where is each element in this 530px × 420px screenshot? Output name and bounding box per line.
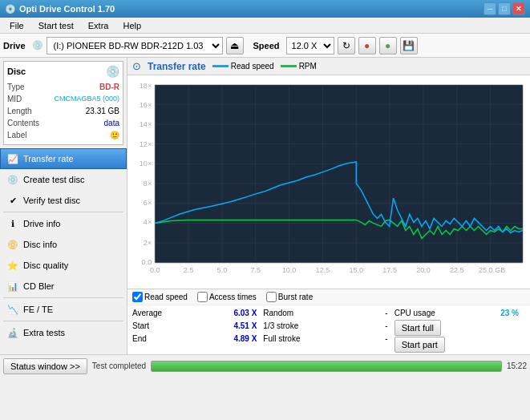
end-value: 4.89 X [233, 333, 257, 345]
verify-test-disc-label: Verify test disc [23, 196, 80, 205]
mid-label: MID [7, 93, 22, 105]
rpm-legend: RPM [281, 62, 317, 71]
disc-panel-title: Disc [7, 67, 26, 76]
menu-extra[interactable]: Extra [82, 19, 115, 32]
burst-rate-checkbox-label[interactable]: Burst rate [266, 292, 313, 302]
content-area: ⊙ Transfer rate Read speed RPM [127, 58, 530, 354]
minimize-button[interactable]: ─ [483, 2, 496, 15]
disc-panel: Disc 💿 Type BD-R MID CMCMAGBA5 (000) Len… [3, 61, 123, 145]
contents-label: Contents [7, 117, 39, 129]
start-full-row: Start full [394, 320, 525, 336]
svg-text:2.5: 2.5 [184, 266, 194, 274]
svg-text:8×: 8× [144, 180, 152, 188]
status-text: Test completed [92, 361, 146, 370]
title-bar: 💿 Opti Drive Control 1.70 ─ □ ✕ [0, 0, 530, 18]
drive-icon: 💿 [32, 40, 43, 50]
sidebar-item-create-test-disc[interactable]: 💿 Create test disc [0, 169, 127, 190]
drive-label: Drive [3, 41, 26, 50]
svg-text:12×: 12× [140, 140, 152, 148]
contents-value: data [104, 117, 119, 129]
speed-label: Speed [253, 41, 280, 50]
access-times-checkbox-label[interactable]: Access times [197, 292, 257, 302]
read-speed-legend-color [212, 65, 229, 67]
sidebar-item-disc-info[interactable]: 📀 Disc info [0, 234, 127, 255]
sidebar-item-fe-te[interactable]: 📉 FE / TE [0, 299, 127, 320]
sidebar-item-transfer-rate[interactable]: 📈 Transfer rate [0, 148, 127, 169]
refresh-button[interactable]: ↻ [338, 37, 355, 55]
start-full-button[interactable]: Start full [394, 320, 441, 336]
svg-text:10×: 10× [140, 160, 152, 168]
burst-rate-checkbox-text: Burst rate [278, 293, 313, 301]
svg-text:14×: 14× [140, 120, 152, 128]
access-times-checkbox[interactable] [197, 292, 208, 302]
maximize-button[interactable]: □ [498, 2, 511, 15]
svg-text:22.5: 22.5 [450, 266, 464, 274]
rpm-legend-label: RPM [299, 62, 317, 71]
sidebar-item-disc-quality[interactable]: ⭐ Disc quality [0, 255, 127, 276]
btn2[interactable]: ● [379, 37, 397, 55]
menu-start-test[interactable]: Start test [32, 19, 80, 32]
mid-value: CMCMAGBA5 (000) [54, 93, 119, 105]
svg-text:15.0: 15.0 [349, 266, 363, 274]
disc-quality-label: Disc quality [23, 260, 68, 270]
sidebar-item-verify-test-disc[interactable]: ✔ Verify test disc [0, 190, 127, 211]
save-button[interactable]: 💾 [400, 37, 418, 55]
type-label: Type [7, 81, 25, 93]
stroke13-value: - [385, 320, 387, 332]
svg-text:10.0: 10.0 [282, 266, 297, 274]
type-value: BD-R [99, 81, 119, 93]
random-value: - [385, 307, 387, 319]
transfer-rate-label: Transfer rate [23, 154, 74, 164]
read-speed-legend: Read speed [212, 62, 274, 71]
sidebar: Disc 💿 Type BD-R MID CMCMAGBA5 (000) Len… [0, 58, 127, 354]
svg-text:5.0: 5.0 [217, 266, 228, 274]
read-speed-checkbox[interactable] [132, 292, 143, 302]
cd-bler-icon: 📊 [7, 281, 18, 292]
svg-text:6×: 6× [144, 199, 152, 207]
sidebar-item-extra-tests[interactable]: 🔬 Extra tests [0, 322, 127, 343]
btn1[interactable]: ● [358, 37, 376, 55]
fe-te-icon: 📉 [7, 304, 18, 315]
svg-text:2×: 2× [144, 239, 152, 247]
end-label: End [132, 333, 147, 345]
speed-select[interactable]: 12.0 X Max 8.0 X 6.0 X 4.0 X 2.0 X [286, 37, 334, 55]
chart-container: 18× 16× 14× 12× 10× 8× 6× 4× 2× 0.0 0.0 … [127, 75, 530, 289]
create-test-disc-icon: 💿 [7, 174, 18, 185]
app-icon: 💿 [5, 4, 16, 14]
access-times-checkbox-text: Access times [209, 293, 257, 301]
svg-text:7.5: 7.5 [250, 266, 261, 274]
extra-tests-icon: 🔬 [7, 327, 18, 338]
eject-button[interactable]: ⏏ [226, 37, 244, 55]
menu-help[interactable]: Help [116, 19, 148, 32]
svg-text:0.0: 0.0 [142, 258, 152, 266]
menu-file[interactable]: File [3, 19, 30, 32]
read-speed-legend-label: Read speed [231, 62, 274, 71]
svg-text:17.5: 17.5 [382, 266, 397, 274]
fe-te-label: FE / TE [23, 305, 53, 314]
random-row: Random - [263, 307, 394, 319]
stroke13-label: 1/3 stroke [263, 320, 298, 332]
stats-col2: Random - 1/3 stroke - Full stroke - [263, 307, 394, 353]
verify-test-disc-icon: ✔ [7, 195, 18, 206]
end-row: End 4.89 X [132, 333, 263, 345]
drive-select[interactable]: (I:) PIONEER BD-RW BDR-212D 1.03 [47, 37, 223, 55]
time-display: 15:22 [507, 361, 527, 370]
stats-col1: Average 6.03 X Start 4.51 X End 4.89 X [132, 307, 263, 353]
rpm-legend-color [281, 65, 297, 67]
sidebar-item-cd-bler[interactable]: 📊 CD Bler [0, 276, 127, 297]
bottom-bar: Status window >> Test completed 15:22 [0, 354, 530, 377]
read-speed-checkbox-label[interactable]: Read speed [132, 292, 188, 302]
cpu-usage-row: CPU usage 23 % [394, 307, 525, 319]
svg-rect-0 [155, 85, 523, 263]
start-label: Start [132, 320, 149, 332]
sidebar-item-drive-info[interactable]: ℹ Drive info [0, 213, 127, 234]
start-row: Start 4.51 X [132, 320, 263, 332]
close-button[interactable]: ✕ [512, 2, 525, 15]
start-part-button[interactable]: Start part [394, 337, 445, 353]
full-stroke-label: Full stroke [263, 333, 300, 345]
status-window-button[interactable]: Status window >> [3, 358, 87, 374]
average-label: Average [132, 307, 162, 319]
checkboxes-row: Read speed Access times Burst rate [127, 289, 530, 305]
start-part-row: Start part [394, 337, 525, 353]
burst-rate-checkbox[interactable] [266, 292, 277, 302]
